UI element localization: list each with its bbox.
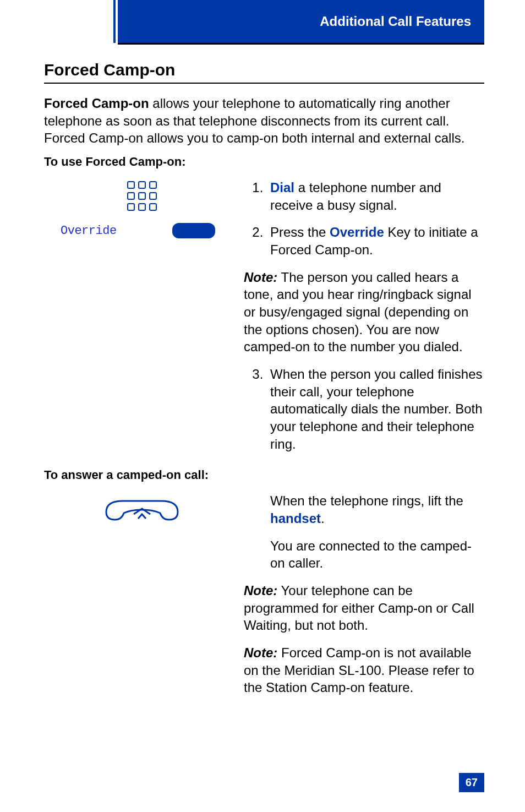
note3-text: Forced Camp-on is not available on the M… — [244, 645, 474, 695]
note-2: Note: Your telephone can be programmed f… — [244, 582, 484, 634]
keypad-key-icon — [149, 181, 157, 189]
note-1: Note: The person you called hears a tone… — [244, 269, 484, 356]
answer-line2: You are connected to the camped-on calle… — [270, 537, 484, 572]
step2-action: Override — [330, 225, 384, 239]
keypad-icon — [125, 181, 158, 211]
page-title: Forced Camp-on — [44, 61, 484, 79]
note3-label: Note: — [244, 645, 277, 660]
use-section: Override Dial a telephone number and rec… — [44, 179, 484, 462]
header-tab: Additional Call Features — [118, 0, 484, 43]
keypad-key-icon — [138, 203, 146, 211]
handset-icon-wrap — [44, 495, 239, 523]
answer-left-col — [44, 492, 239, 523]
intro-lead: Forced Camp-on — [44, 96, 149, 111]
subhead-use: To use Forced Camp-on: — [44, 155, 484, 169]
keypad-key-icon — [149, 192, 157, 200]
keypad-key-icon — [127, 203, 135, 211]
note2-label: Note: — [244, 583, 277, 598]
step-3: When the person you called finishes thei… — [267, 366, 484, 453]
title-rule — [44, 83, 484, 84]
note1-label: Note: — [244, 270, 277, 285]
header-section-title: Additional Call Features — [320, 14, 471, 29]
header-rule — [118, 43, 484, 45]
answer-line1-pre: When the telephone rings, lift the — [270, 493, 463, 508]
step-1: Dial a telephone number and receive a bu… — [267, 179, 484, 214]
use-right-col: Dial a telephone number and receive a bu… — [244, 179, 484, 462]
use-left-col: Override — [44, 179, 239, 238]
answer-line1-action: handset — [270, 511, 321, 526]
intro-paragraph: Forced Camp-on allows your telephone to … — [44, 95, 484, 147]
note2-text: Your telephone can be programmed for eit… — [244, 583, 474, 633]
handset-icon — [101, 495, 183, 523]
answer-line1: When the telephone rings, lift the hands… — [270, 492, 484, 527]
step2-pre: Press the — [270, 225, 330, 239]
step3-text: When the person you called finishes thei… — [270, 367, 483, 451]
answer-right-col: When the telephone rings, lift the hands… — [244, 492, 484, 706]
content-area: Forced Camp-on Forced Camp-on allows you… — [44, 61, 484, 790]
softkey-row: Override — [44, 223, 239, 238]
keypad-key-icon — [127, 181, 135, 189]
page-number: 67 — [459, 773, 484, 792]
keypad-key-icon — [138, 192, 146, 200]
step1-action: Dial — [270, 180, 294, 195]
note-3: Note: Forced Camp-on is not available on… — [244, 644, 484, 696]
step1-text: a telephone number and receive a busy si… — [270, 180, 441, 212]
step-2: Press the Override Key to initiate a For… — [267, 224, 484, 258]
keypad-key-icon — [149, 203, 157, 211]
answer-section: When the telephone rings, lift the hands… — [44, 492, 484, 706]
softkey-button-icon — [172, 223, 215, 238]
note1-text: The person you called hears a tone, and … — [244, 270, 472, 355]
subhead-answer: To answer a camped-on call: — [44, 468, 484, 482]
answer-line1-post: . — [321, 511, 325, 526]
keypad-key-icon — [138, 181, 146, 189]
keypad-key-icon — [127, 192, 135, 200]
page: Additional Call Features Forced Camp-on … — [0, 0, 525, 812]
header-side-accent — [113, 0, 116, 43]
softkey-label: Override — [61, 224, 117, 238]
